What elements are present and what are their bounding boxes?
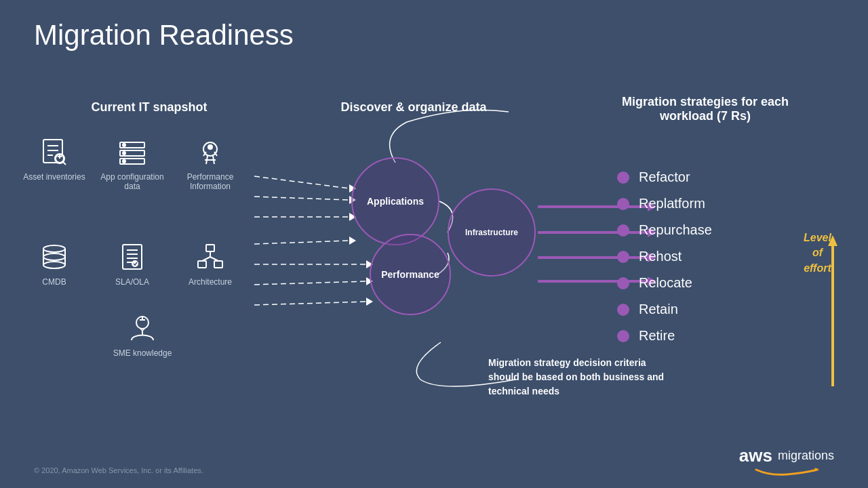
svg-line-0 (254, 176, 349, 188)
strategy-label-retain: Retain (639, 302, 678, 317)
svg-rect-59 (206, 245, 214, 251)
svg-line-6 (254, 241, 349, 244)
icon-sme-knowledge-label: SME knowledge (113, 348, 172, 358)
icon-app-config: App configuration data (98, 136, 166, 191)
criteria-text: Migration strategy decision criteria sho… (488, 356, 665, 399)
svg-point-37 (123, 152, 125, 155)
svg-line-2 (254, 197, 349, 200)
svg-point-49 (43, 253, 65, 260)
icon-sla-ola: SLA/OLA (98, 241, 166, 287)
icon-asset-inventories-label: Asset inventories (23, 172, 85, 182)
icon-architecture-label: Architecture (189, 277, 232, 287)
icon-sla-ola-label: SLA/OLA (115, 277, 149, 287)
svg-point-40 (208, 145, 212, 149)
strategy-repurchase: Repurchase (617, 222, 712, 238)
strategy-label-refactor: Refactor (639, 169, 690, 185)
svg-line-64 (210, 257, 218, 261)
strategy-refactor: Refactor (617, 169, 712, 185)
svg-line-10 (254, 281, 366, 285)
icon-performance-info: Performance Information (176, 136, 244, 191)
strategy-relocate: Relocate (617, 275, 712, 291)
svg-marker-13 (366, 298, 373, 306)
svg-marker-7 (349, 237, 356, 245)
icon-asset-inventories: Asset inventories (20, 136, 88, 182)
svg-point-46 (43, 245, 65, 252)
strategy-label-rehost: Rehost (639, 249, 682, 264)
svg-point-36 (123, 144, 125, 146)
section-current-it: Current IT snapshot (20, 100, 278, 115)
section-discover: Discover & organize data (305, 100, 522, 115)
strategy-dot-rehost (617, 251, 629, 263)
svg-point-38 (123, 160, 125, 163)
strategy-dot-repurchase (617, 224, 629, 237)
strategy-dot-refactor (617, 171, 629, 184)
svg-marker-70 (828, 235, 837, 246)
strategy-label-retire: Retire (639, 328, 675, 344)
aws-logo: aws migrations (739, 445, 834, 476)
page-title: Migration Readiness (34, 19, 294, 52)
icon-cmdb: CMDB (20, 241, 88, 287)
strategy-rehost: Rehost (617, 249, 712, 264)
circle-performance: Performance (370, 234, 451, 315)
strategy-dot-retain (617, 304, 629, 316)
strategy-dot-replatform (617, 198, 629, 210)
svg-line-63 (202, 257, 210, 261)
level-of-effort-arrow-container (826, 234, 840, 390)
svg-line-30 (63, 162, 66, 165)
svg-line-12 (254, 302, 366, 305)
aws-product: migrations (778, 449, 834, 463)
icon-cmdb-label: CMDB (42, 277, 66, 287)
svg-point-52 (43, 262, 65, 268)
footer-text: © 2020, Amazon Web Services, Inc. or its… (34, 466, 203, 474)
aws-text: aws (739, 445, 772, 466)
svg-rect-60 (198, 261, 206, 268)
icon-performance-info-label: Performance Information (176, 172, 244, 191)
strategy-label-repurchase: Repurchase (639, 222, 712, 238)
svg-rect-61 (214, 261, 222, 268)
strategy-dot-retire (617, 330, 629, 342)
strategy-retire: Retire (617, 328, 712, 344)
strategies-list: Refactor Replatform Repurchase Rehost Re… (617, 169, 712, 354)
icon-app-config-label: App configuration data (98, 172, 166, 191)
section-strategies: Migration strategies for each workload (… (610, 95, 800, 123)
icon-sme-knowledge: SME knowledge (108, 312, 176, 358)
strategy-label-relocate: Relocate (639, 275, 692, 291)
strategy-dot-relocate (617, 277, 629, 289)
icon-architecture: Architecture (176, 241, 244, 287)
circle-infrastructure: Infrastructure (448, 188, 536, 277)
strategy-label-replatform: Replatform (639, 196, 705, 211)
level-of-effort-arrow (826, 234, 840, 390)
aws-smile-icon (753, 466, 821, 476)
strategy-replatform: Replatform (617, 196, 712, 211)
strategy-retain: Retain (617, 302, 712, 317)
circle-applications: Applications (351, 157, 439, 245)
svg-marker-71 (814, 468, 819, 472)
